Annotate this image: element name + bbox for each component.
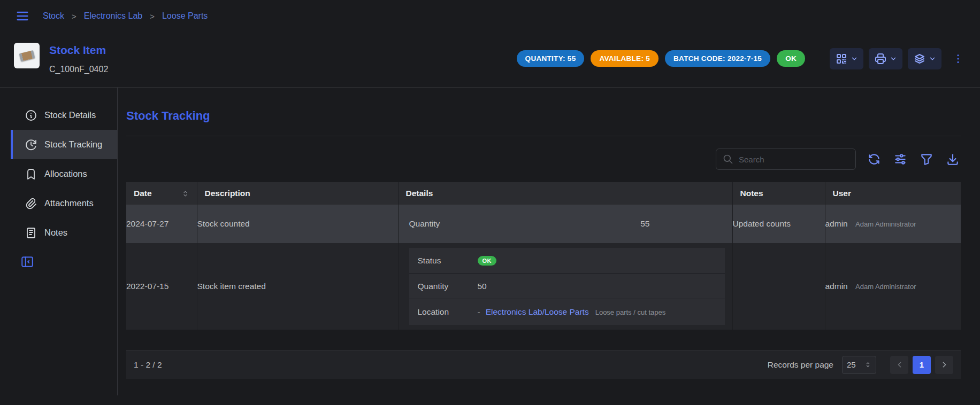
breadcrumb-electronics-lab[interactable]: Electronics Lab xyxy=(84,11,142,21)
detail-row-location: Location - Electronics Lab/Loose Parts L… xyxy=(409,299,725,325)
breadcrumb-loose-parts[interactable]: Loose Parts xyxy=(162,11,208,21)
detail-sub-table: Status OK Quantity 50 Location - Electro… xyxy=(409,248,725,325)
cell-details: Status OK Quantity 50 Location - Electro… xyxy=(398,243,732,330)
detail-value: 55 xyxy=(640,219,649,229)
header-right: QUANTITY: 55 AVAILABLE: 5 BATCH CODE: 20… xyxy=(517,48,966,69)
cell-date: 2024-07-27 xyxy=(126,205,197,243)
detail-key: Status xyxy=(418,256,478,266)
page-1-button[interactable]: 1 xyxy=(913,356,931,374)
barcode-actions-icon xyxy=(835,52,848,65)
status-ok-badge: OK xyxy=(478,256,496,266)
breadcrumb: Stock > Electronics Lab > Loose Parts xyxy=(43,11,208,21)
refresh-icon[interactable] xyxy=(866,151,882,167)
chevron-down-icon xyxy=(929,55,936,63)
search-icon xyxy=(723,154,733,165)
status-badge: OK xyxy=(777,50,805,67)
sidebar-item-attachments[interactable]: Attachments xyxy=(11,189,117,218)
table-row[interactable]: 2024-07-27 Stock counted Quantity 55 Upd… xyxy=(126,205,961,243)
next-page-button[interactable] xyxy=(935,356,953,374)
part-thumbnail[interactable] xyxy=(14,43,40,68)
dots-menu-icon[interactable] xyxy=(950,51,966,67)
title-block: Stock Item C_100nF_0402 xyxy=(49,43,108,74)
column-header-user: User xyxy=(825,182,961,205)
chevron-down-icon xyxy=(851,55,858,63)
sidebar-item-allocations[interactable]: Allocations xyxy=(11,159,117,189)
sort-icon xyxy=(181,190,189,198)
stock-actions-button[interactable] xyxy=(908,48,941,69)
page-header: Stock Item C_100nF_0402 QUANTITY: 55 AVA… xyxy=(0,32,980,87)
menu-icon[interactable] xyxy=(14,7,31,25)
search-box xyxy=(716,149,856,170)
sidebar-collapse-icon[interactable] xyxy=(11,255,34,269)
part-name: C_100nF_0402 xyxy=(49,65,108,74)
records-per-page-label: Records per page xyxy=(768,360,833,370)
sidebar-item-label: Attachments xyxy=(44,198,94,208)
header-left: Stock Item C_100nF_0402 xyxy=(14,43,108,74)
cell-details: Quantity 55 xyxy=(398,205,732,243)
column-settings-icon[interactable] xyxy=(892,151,908,167)
cell-notes xyxy=(732,243,825,330)
cell-description: Stock item created xyxy=(197,243,398,330)
detail-value: 50 xyxy=(478,282,487,291)
sidebar-item-stock-details[interactable]: Stock Details xyxy=(11,100,117,130)
column-header-description: Description xyxy=(197,182,398,205)
table-toolbar xyxy=(126,136,961,182)
records-per-page-select[interactable]: 25 xyxy=(842,356,876,374)
breadcrumb-separator: > xyxy=(72,12,76,21)
breadcrumb-stock[interactable]: Stock xyxy=(43,11,64,21)
column-header-notes: Notes xyxy=(732,182,825,205)
print-actions-button[interactable] xyxy=(869,48,902,69)
stock-actions-icon xyxy=(913,52,926,65)
record-range: 1 - 2 / 2 xyxy=(134,360,162,370)
main-panel: Stock Tracking xyxy=(118,88,980,395)
sidebar-item-label: Stock Details xyxy=(44,110,96,120)
cell-date: 2022-07-15 xyxy=(126,243,197,330)
table-header-row: Date Description Details Notes User xyxy=(126,182,961,205)
cell-user: admin Adam Administrator xyxy=(825,243,961,330)
stock-tracking-table: Date Description Details Notes User 2024… xyxy=(126,182,961,330)
column-header-details: Details xyxy=(398,182,732,205)
print-actions-icon xyxy=(874,52,887,65)
filter-icon[interactable] xyxy=(918,151,935,167)
sidebar-item-label: Stock Tracking xyxy=(44,139,102,150)
sidebar-item-label: Allocations xyxy=(44,169,87,179)
cell-notes: Updated counts xyxy=(732,205,825,243)
selector-icon xyxy=(864,361,871,368)
footer-right: Records per page 25 1 xyxy=(768,356,953,374)
location-description: Loose parts / cut tapes xyxy=(595,308,666,316)
chevron-right-icon xyxy=(940,360,949,369)
header-toolbar xyxy=(830,48,966,69)
capacitor-image xyxy=(19,50,35,61)
bookmark-icon xyxy=(25,168,37,181)
search-input[interactable] xyxy=(739,155,849,164)
column-label: Date xyxy=(134,189,152,198)
records-per-page-value: 25 xyxy=(847,360,856,369)
barcode-actions-button[interactable] xyxy=(830,48,863,69)
chevron-down-icon xyxy=(890,55,897,63)
detail-key: Quantity xyxy=(418,282,478,291)
sidebar-item-stock-tracking[interactable]: Stock Tracking xyxy=(11,130,117,159)
section-heading: Stock Tracking xyxy=(126,109,961,123)
column-header-date[interactable]: Date xyxy=(126,182,197,205)
detail-key: Location xyxy=(418,307,478,317)
prev-page-button[interactable] xyxy=(890,356,908,374)
detail-row-status: Status OK xyxy=(409,248,725,274)
info-icon xyxy=(25,109,37,122)
location-link[interactable]: Electronics Lab/Loose Parts xyxy=(486,307,589,317)
user-fullname: Adam Administrator xyxy=(855,220,916,228)
sidebar-item-label: Notes xyxy=(44,228,67,238)
cell-user: admin Adam Administrator xyxy=(825,205,961,243)
username: admin xyxy=(825,219,848,228)
sidebar-item-notes[interactable]: Notes xyxy=(11,218,117,247)
paperclip-icon xyxy=(25,197,37,210)
page-title: Stock Item xyxy=(49,44,108,57)
username: admin xyxy=(825,282,848,291)
status-badges: QUANTITY: 55 AVAILABLE: 5 BATCH CODE: 20… xyxy=(517,50,805,67)
cell-description: Stock counted xyxy=(197,205,398,243)
download-icon[interactable] xyxy=(945,151,961,167)
user-fullname: Adam Administrator xyxy=(855,283,916,291)
table-row[interactable]: 2022-07-15 Stock item created Status OK … xyxy=(126,243,961,330)
detail-key: Quantity xyxy=(409,219,440,229)
top-bar: Stock > Electronics Lab > Loose Parts xyxy=(0,0,980,32)
table-footer: 1 - 2 / 2 Records per page 25 1 xyxy=(126,350,961,379)
